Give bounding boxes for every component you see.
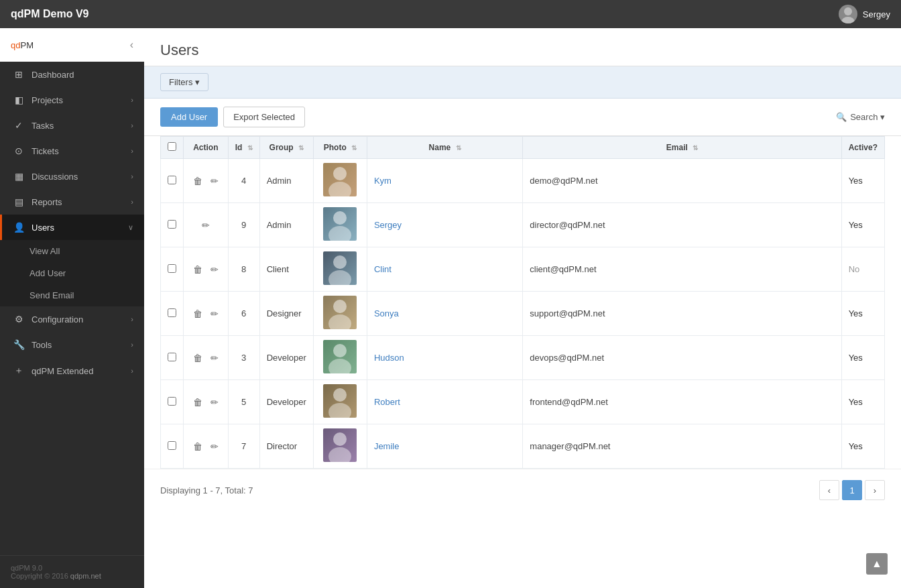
row-id-cell: 9 <box>228 203 259 247</box>
delete-button[interactable]: 🗑 <box>190 396 205 409</box>
user-name-link[interactable]: Jemile <box>374 441 400 451</box>
svg-point-1 <box>841 17 855 23</box>
pagination-prev-button[interactable]: ‹ <box>819 480 839 500</box>
sidebar-item-dashboard[interactable]: ⊞ Dashboard <box>0 62 144 87</box>
row-checkbox[interactable] <box>168 308 176 317</box>
chevron-right-icon: › <box>131 96 133 104</box>
row-checkbox[interactable] <box>168 220 176 229</box>
sidebar-item-view-all[interactable]: View All <box>0 240 144 262</box>
row-action-cell: 🗑 ✏ <box>184 247 229 292</box>
row-email-cell: client@qdPM.net <box>523 247 841 292</box>
pagination-page-1-button[interactable]: 1 <box>842 480 862 500</box>
svg-point-2 <box>333 167 347 180</box>
row-active-cell: Yes <box>841 292 884 336</box>
search-label: Search ▾ <box>850 112 885 122</box>
row-active-cell: Yes <box>841 336 884 380</box>
projects-icon: ◧ <box>13 95 25 105</box>
col-checkbox <box>161 137 184 159</box>
sidebar-collapse-button[interactable]: ‹ <box>130 39 133 51</box>
row-checkbox[interactable] <box>168 441 176 450</box>
row-checkbox[interactable] <box>168 176 176 184</box>
sidebar-item-add-user[interactable]: Add User <box>0 262 144 284</box>
pagination-next-button[interactable]: › <box>865 480 885 500</box>
svg-point-8 <box>333 300 347 313</box>
edit-button[interactable]: ✏ <box>208 174 221 188</box>
row-checkbox[interactable] <box>168 264 176 273</box>
delete-button[interactable]: 🗑 <box>190 307 205 320</box>
edit-button[interactable]: ✏ <box>208 263 221 276</box>
user-name-link[interactable]: Sonya <box>374 308 399 318</box>
sidebar-item-send-email[interactable]: Send Email <box>0 284 144 306</box>
sidebar-item-reports[interactable]: ▤ Reports › <box>0 189 144 215</box>
user-name-link[interactable]: Robert <box>374 397 400 407</box>
add-user-button[interactable]: Add User <box>160 107 218 127</box>
row-id-cell: 8 <box>228 247 259 292</box>
edit-button[interactable]: ✏ <box>208 396 221 409</box>
qdpm-link[interactable]: qdpm.net <box>70 572 101 580</box>
user-menu[interactable]: Sergey <box>839 5 890 23</box>
row-active-cell: No <box>841 247 884 292</box>
sidebar-item-label: Discussions <box>32 172 124 182</box>
row-active-cell: Yes <box>841 380 884 424</box>
delete-button[interactable]: 🗑 <box>190 263 205 276</box>
row-checkbox[interactable] <box>168 353 176 361</box>
chevron-right-icon: › <box>131 198 133 206</box>
version-label: qdPM 9.0 <box>11 564 133 572</box>
edit-button[interactable]: ✏ <box>208 440 221 453</box>
user-avatar <box>323 251 357 285</box>
row-photo-cell <box>313 247 367 292</box>
svg-point-14 <box>333 432 347 446</box>
delete-button[interactable]: 🗑 <box>190 440 205 453</box>
row-group-cell: Designer <box>259 292 313 336</box>
sidebar-item-label: Dashboard <box>32 70 133 80</box>
table-row: 🗑 ✏ 3 Developer Hudson devops@qdPM.net Y… <box>161 336 885 380</box>
row-id-cell: 7 <box>228 424 259 469</box>
row-action-cell: ✏ <box>184 203 229 247</box>
col-name[interactable]: Name ⇅ <box>367 137 522 159</box>
row-group-cell: Client <box>259 247 313 292</box>
row-email-cell: frontend@qdPM.net <box>523 380 841 424</box>
sidebar-item-tasks[interactable]: ✓ Tasks › <box>0 113 144 138</box>
delete-button[interactable]: 🗑 <box>190 174 205 188</box>
sidebar-item-tools[interactable]: 🔧 Tools › <box>0 332 144 357</box>
col-email[interactable]: Email ⇅ <box>523 137 841 159</box>
edit-button[interactable]: ✏ <box>208 307 221 320</box>
user-name-link[interactable]: Sergey <box>374 220 402 230</box>
row-checkbox-cell <box>161 203 184 247</box>
sidebar-item-discussions[interactable]: ▦ Discussions › <box>0 164 144 189</box>
content-area: Users Filters ▾ Add User Export Selected… <box>144 28 901 588</box>
svg-point-9 <box>328 314 351 329</box>
sidebar-item-qdpm-extended[interactable]: ＋ qdPM Extended › <box>0 357 144 384</box>
row-checkbox[interactable] <box>168 397 176 406</box>
row-name-cell: Sergey <box>367 203 522 247</box>
sidebar-footer: qdPM 9.0 Copyright © 2016 qdpm.net <box>0 555 144 588</box>
export-selected-button[interactable]: Export Selected <box>223 107 305 127</box>
toolbar: Add User Export Selected 🔍 Search ▾ <box>144 99 901 136</box>
select-all-checkbox[interactable] <box>168 142 176 151</box>
dashboard-icon: ⊞ <box>13 69 25 80</box>
svg-point-15 <box>328 447 351 462</box>
delete-button[interactable]: 🗑 <box>190 351 205 365</box>
user-name-link[interactable]: Clint <box>374 264 392 274</box>
user-name-link[interactable]: Kym <box>374 176 392 186</box>
sidebar-item-projects[interactable]: ◧ Projects › <box>0 87 144 113</box>
col-id[interactable]: Id ⇅ <box>228 137 259 159</box>
row-group-cell: Admin <box>259 159 313 203</box>
scroll-to-top-button[interactable]: ▲ <box>866 553 888 575</box>
row-action-cell: 🗑 ✏ <box>184 424 229 469</box>
row-checkbox-cell <box>161 247 184 292</box>
filters-button[interactable]: Filters ▾ <box>160 73 208 91</box>
sidebar-item-tickets[interactable]: ⊙ Tickets › <box>0 138 144 164</box>
edit-button[interactable]: ✏ <box>199 219 213 232</box>
active-badge: Yes <box>849 176 863 186</box>
col-photo[interactable]: Photo ⇅ <box>313 137 367 159</box>
col-group[interactable]: Group ⇅ <box>259 137 313 159</box>
search-button[interactable]: 🔍 Search ▾ <box>836 112 885 122</box>
sidebar-item-configuration[interactable]: ⚙ Configuration › <box>0 306 144 332</box>
table-row: 🗑 ✏ 6 Designer Sonya support@qdPM.net Ye… <box>161 292 885 336</box>
user-name-link[interactable]: Hudson <box>374 353 404 363</box>
sidebar-item-label: Users <box>32 223 121 233</box>
sidebar-item-label: Reports <box>32 197 124 207</box>
sidebar-item-users[interactable]: 👤 Users ∨ <box>0 215 144 240</box>
edit-button[interactable]: ✏ <box>208 351 221 365</box>
